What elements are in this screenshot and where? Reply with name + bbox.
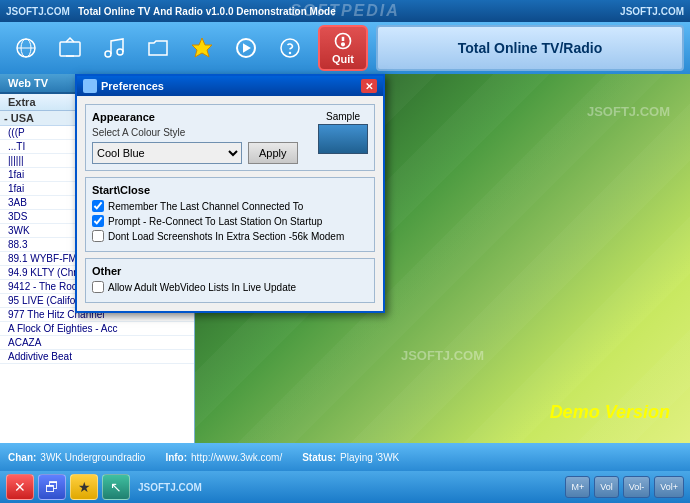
total-online-button[interactable]: Total Online TV/Radio <box>376 25 684 71</box>
total-online-label: Total Online TV/Radio <box>458 40 602 56</box>
chan-status: Chan: 3WK Undergroundradio <box>8 452 145 463</box>
channel-item[interactable]: A Flock Of Eighties - Acc <box>0 322 194 336</box>
star-bottom-button[interactable]: ★ <box>70 474 98 500</box>
chan-label: Chan: <box>8 452 36 463</box>
start-close-checkbox[interactable] <box>92 200 104 212</box>
start-close-section: Start\Close Remember The Last Channel Co… <box>85 177 375 252</box>
status-label-el: Status: <box>302 452 336 463</box>
window-bottom-button[interactable]: 🗗 <box>38 474 66 500</box>
svg-point-6 <box>117 49 123 55</box>
bottom-bar: ✕ 🗗 ★ ↖ JSOFTJ.COM M+ Vol Vol- Vol+ <box>0 471 690 503</box>
prefs-close-button[interactable]: ✕ <box>361 79 377 93</box>
appearance-label: Appearance <box>92 111 310 123</box>
bottom-right-controls: M+ Vol Vol- Vol+ <box>565 476 684 498</box>
status-bar: Chan: 3WK Undergroundradio Info: http://… <box>0 443 690 471</box>
start-close-label: Start\Close <box>92 184 368 196</box>
other-checkbox-label: Allow Adult WebVideo Lists In Live Updat… <box>108 282 296 293</box>
channel-item[interactable]: ACAZA <box>0 336 194 350</box>
start-close-checkbox-label: Prompt - Re-Connect To Last Station On S… <box>108 216 322 227</box>
toolbar-icon-web[interactable] <box>6 28 46 68</box>
colour-row: Cool BlueSilverDarkGreen Apply <box>92 142 310 164</box>
start-close-checkbox-row: Prompt - Re-Connect To Last Station On S… <box>92 215 368 227</box>
vol-minus-button[interactable]: Vol- <box>623 476 651 498</box>
status-value: Playing '3WK <box>340 452 399 463</box>
svg-point-9 <box>281 39 299 57</box>
quit-button[interactable]: Quit <box>318 25 368 71</box>
m-plus-button[interactable]: M+ <box>565 476 590 498</box>
svg-point-13 <box>342 43 345 46</box>
toolbar: Quit Total Online TV/Radio <box>0 22 690 74</box>
toolbar-icon-star[interactable] <box>182 28 222 68</box>
quit-label: Quit <box>332 53 354 65</box>
sample-label: Sample <box>326 111 360 122</box>
other-checkbox[interactable] <box>92 281 104 293</box>
sample-box <box>318 124 368 154</box>
toolbar-icon-arrow[interactable] <box>226 28 266 68</box>
toolbar-icon-tv[interactable] <box>50 28 90 68</box>
vol-plus-button[interactable]: Vol+ <box>654 476 684 498</box>
other-checkboxes: Allow Adult WebVideo Lists In Live Updat… <box>92 281 368 293</box>
svg-marker-7 <box>192 38 212 57</box>
prefs-titlebar: Preferences ✕ <box>77 76 383 96</box>
vol-label-button: Vol <box>594 476 619 498</box>
svg-rect-3 <box>60 42 80 56</box>
other-label: Other <box>92 265 368 277</box>
svg-point-5 <box>105 51 111 57</box>
cursor-bottom-button[interactable]: ↖ <box>102 474 130 500</box>
start-close-checkboxes: Remember The Last Channel Connected ToPr… <box>92 200 368 242</box>
start-close-checkbox-label: Dont Load Screenshots In Extra Section -… <box>108 231 344 242</box>
prefs-body: Appearance Select A Colour Style Cool Bl… <box>77 96 383 311</box>
toolbar-icon-music[interactable] <box>94 28 134 68</box>
prefs-dialog-icon <box>83 79 97 93</box>
start-close-checkbox[interactable] <box>92 215 104 227</box>
chan-value: 3WK Undergroundradio <box>40 452 145 463</box>
sample-area: Sample <box>318 111 368 164</box>
info-status: Info: http://www.3wk.com/ <box>165 452 282 463</box>
toolbar-icon-help[interactable] <box>270 28 310 68</box>
colour-style-select[interactable]: Cool BlueSilverDarkGreen <box>92 142 242 164</box>
other-section: Other Allow Adult WebVideo Lists In Live… <box>85 258 375 303</box>
playing-status: Status: Playing '3WK <box>302 452 399 463</box>
apply-button[interactable]: Apply <box>248 142 298 164</box>
demo-version-label: Demo Version <box>550 402 670 423</box>
info-value: http://www.3wk.com/ <box>191 452 282 463</box>
svg-point-10 <box>290 53 291 54</box>
start-close-checkbox-row: Dont Load Screenshots In Extra Section -… <box>92 230 368 242</box>
start-close-checkbox[interactable] <box>92 230 104 242</box>
prefs-title-left: Preferences <box>83 79 164 93</box>
toolbar-icon-folder[interactable] <box>138 28 178 68</box>
colour-style-label: Select A Colour Style <box>92 127 310 138</box>
jsoftj-right-label: JSOFTJ.COM <box>620 6 684 17</box>
title-bar: JSOFTJ.COM Total Online TV And Radio v1.… <box>0 0 690 22</box>
preferences-dialog: Preferences ✕ Appearance Select A Colour… <box>75 74 385 313</box>
jsoftj-bottom-label: JSOFTJ.COM <box>138 482 202 493</box>
info-label: Info: <box>165 452 187 463</box>
appearance-section: Appearance Select A Colour Style Cool Bl… <box>85 104 375 171</box>
start-close-checkbox-label: Remember The Last Channel Connected To <box>108 201 303 212</box>
prefs-title-label: Preferences <box>101 80 164 92</box>
close-bottom-button[interactable]: ✕ <box>6 474 34 500</box>
other-checkbox-row: Allow Adult WebVideo Lists In Live Updat… <box>92 281 368 293</box>
channel-item[interactable]: Addivtive Beat <box>0 350 194 364</box>
jsoftj-left-label: JSOFTJ.COM <box>6 6 70 17</box>
watermark-text: SOFTPEDIA <box>290 2 400 20</box>
start-close-checkbox-row: Remember The Last Channel Connected To <box>92 200 368 212</box>
